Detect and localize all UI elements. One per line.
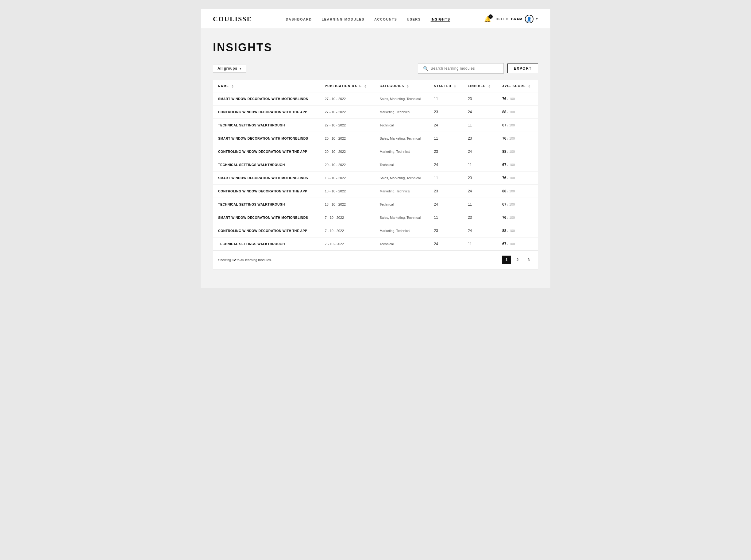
col-header-categories[interactable]: Categories [374, 80, 429, 92]
table-row[interactable]: CONTROLING WINDOW DECORATION WITH THE AP… [213, 224, 538, 238]
nav-item-dashboard[interactable]: Dashboard [286, 16, 312, 22]
table-row[interactable]: TECHNICAL SETTINGS WALKTHROUGH 13 - 10 -… [213, 198, 538, 211]
sort-icon-started [454, 85, 456, 88]
pagination: 1 2 3 [502, 256, 533, 264]
sort-icon-finished [488, 85, 490, 88]
cell-avg-score: 67 / 100 [497, 198, 538, 211]
cell-date: 27 - 10 - 2022 [320, 119, 375, 132]
sort-icon-date [364, 85, 366, 88]
cell-categories: Marketing, Technical [374, 224, 429, 238]
cell-finished: 11 [463, 198, 497, 211]
nav-item-insights[interactable]: Insights [431, 16, 450, 22]
cell-started: 23 [429, 185, 463, 198]
cell-avg-score: 67 / 100 [497, 238, 538, 251]
sort-icon-avg-score [528, 85, 530, 88]
user-menu[interactable]: Hello BRAM 👤 ▾ [496, 15, 538, 23]
nav-item-learning-modules[interactable]: Learning Modules [322, 16, 364, 22]
table-row[interactable]: TECHNICAL SETTINGS WALKTHROUGH 7 - 10 - … [213, 238, 538, 251]
search-input[interactable] [431, 66, 499, 71]
nav-item-accounts[interactable]: Accounts [374, 16, 397, 22]
score-max: / 100 [507, 176, 515, 180]
table-row[interactable]: SMART WINDOW DECORATION WITH MOTIONBLIND… [213, 211, 538, 224]
table-row[interactable]: SMART WINDOW DECORATION WITH MOTIONBLIND… [213, 132, 538, 145]
col-header-started[interactable]: Started [429, 80, 463, 92]
showing-prefix: Showing [218, 258, 232, 262]
nav-link-dashboard[interactable]: Dashboard [286, 18, 312, 21]
cell-date: 13 - 10 - 2022 [320, 185, 375, 198]
cell-categories: Technical [374, 198, 429, 211]
score-value: 67 [502, 163, 506, 167]
cell-finished: 23 [463, 172, 497, 185]
cell-categories: Sales, Marketing, Technical [374, 92, 429, 105]
cell-date: 7 - 10 - 2022 [320, 224, 375, 238]
cell-avg-score: 67 / 100 [497, 158, 538, 172]
bell-button[interactable]: 🔔 5 [484, 16, 491, 22]
col-header-name[interactable]: Name [213, 80, 320, 92]
cell-name: TECHNICAL SETTINGS WALKTHROUGH [213, 238, 320, 251]
score-value: 88 [502, 228, 506, 233]
cell-name: SMART WINDOW DECORATION WITH MOTIONBLIND… [213, 172, 320, 185]
nav-link-accounts[interactable]: Accounts [374, 18, 397, 21]
showing-to: 35 [241, 258, 244, 262]
cell-categories: Marketing, Technical [374, 185, 429, 198]
table-row[interactable]: TECHNICAL SETTINGS WALKTHROUGH 27 - 10 -… [213, 119, 538, 132]
score-value: 76 [502, 176, 506, 180]
table-row[interactable]: SMART WINDOW DECORATION WITH MOTIONBLIND… [213, 92, 538, 105]
cell-categories: Marketing, Technical [374, 145, 429, 158]
group-filter-dropdown[interactable]: All groups ▾ [213, 64, 246, 73]
score-max: / 100 [507, 137, 515, 140]
cell-date: 7 - 10 - 2022 [320, 238, 375, 251]
cell-avg-score: 88 / 100 [497, 224, 538, 238]
cell-avg-score: 76 / 100 [497, 92, 538, 105]
cell-finished: 24 [463, 145, 497, 158]
nav-link-learning-modules[interactable]: Learning Modules [322, 18, 364, 21]
score-value: 76 [502, 215, 506, 220]
export-button[interactable]: EXPORT [507, 63, 538, 73]
cell-categories: Technical [374, 158, 429, 172]
nav-link-insights[interactable]: Insights [431, 18, 450, 21]
cell-avg-score: 76 / 100 [497, 211, 538, 224]
table-row[interactable]: CONTROLING WINDOW DECORATION WITH THE AP… [213, 105, 538, 119]
page-button-1[interactable]: 1 [502, 256, 511, 264]
cell-date: 20 - 10 - 2022 [320, 158, 375, 172]
cell-date: 20 - 10 - 2022 [320, 132, 375, 145]
insights-table: Name Publication Date Categories St [213, 80, 538, 269]
score-max: / 100 [507, 163, 515, 167]
cell-avg-score: 67 / 100 [497, 119, 538, 132]
cell-name: CONTROLING WINDOW DECORATION WITH THE AP… [213, 224, 320, 238]
table-row[interactable]: SMART WINDOW DECORATION WITH MOTIONBLIND… [213, 172, 538, 185]
search-box: 🔍 [418, 63, 504, 74]
table-row[interactable]: CONTROLING WINDOW DECORATION WITH THE AP… [213, 185, 538, 198]
cell-date: 7 - 10 - 2022 [320, 211, 375, 224]
navbar: COULISSE Dashboard Learning Modules Acco… [201, 9, 550, 29]
chevron-down-icon: ▾ [240, 67, 241, 70]
cell-date: 20 - 10 - 2022 [320, 145, 375, 158]
cell-date: 13 - 10 - 2022 [320, 172, 375, 185]
nav-link-users[interactable]: Users [407, 18, 421, 21]
col-header-finished[interactable]: Finished [463, 80, 497, 92]
user-name: BRAM [511, 17, 523, 21]
score-max: / 100 [507, 123, 515, 127]
table-footer: Showing 12 to 35 learning modules. 1 2 3 [213, 251, 538, 269]
table-row[interactable]: TECHNICAL SETTINGS WALKTHROUGH 20 - 10 -… [213, 158, 538, 172]
sort-icon-name [231, 85, 234, 88]
bell-badge: 5 [488, 15, 493, 19]
cell-name: CONTROLING WINDOW DECORATION WITH THE AP… [213, 105, 320, 119]
cell-categories: Technical [374, 238, 429, 251]
page-button-2[interactable]: 2 [513, 256, 522, 264]
col-header-avg-score[interactable]: Avg. Score [497, 80, 538, 92]
nav-item-users[interactable]: Users [407, 16, 421, 22]
table-header-row: Name Publication Date Categories St [213, 80, 538, 92]
cell-categories: Sales, Marketing, Technical [374, 172, 429, 185]
group-filter-label: All groups [218, 66, 237, 71]
showing-text: Showing 12 to 35 learning modules. [218, 258, 272, 262]
score-max: / 100 [507, 189, 515, 193]
score-max: / 100 [507, 150, 515, 154]
table-row[interactable]: CONTROLING WINDOW DECORATION WITH THE AP… [213, 145, 538, 158]
score-max: / 100 [507, 242, 515, 246]
hello-prefix: Hello [496, 17, 509, 21]
col-header-publication-date[interactable]: Publication Date [320, 80, 375, 92]
score-max: / 100 [507, 110, 515, 114]
page-button-3[interactable]: 3 [524, 256, 533, 264]
cell-categories: Marketing, Technical [374, 105, 429, 119]
